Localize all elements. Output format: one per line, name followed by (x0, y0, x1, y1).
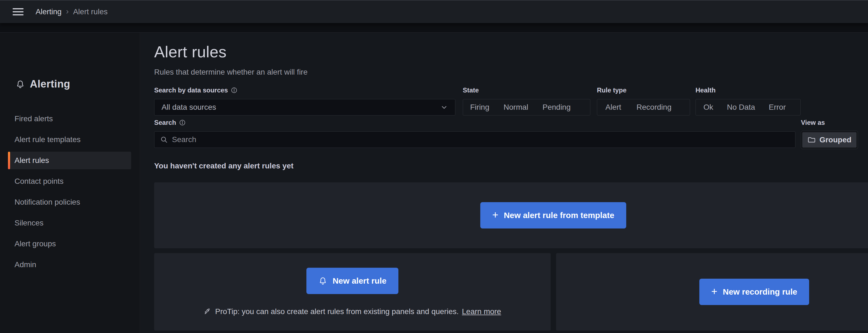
sidebar-item-label: Notification policies (14, 198, 80, 206)
alerting-sidebar: Alerting Fired alerts Alert rule templat… (0, 33, 140, 333)
data-source-value: All data sources (161, 103, 440, 112)
view-as-toggle: Grouped (801, 131, 858, 149)
state-filter-group: Firing Normal Pending (463, 99, 590, 115)
new-recording-rule-panel: + New recording rule (556, 253, 868, 331)
sidebar-item-silences[interactable]: Silences (0, 213, 140, 233)
health-option-ok[interactable]: Ok (704, 103, 713, 112)
search-label: Search (154, 119, 186, 127)
sidebar-item-alert-rule-templates[interactable]: Alert rule templates (0, 129, 140, 150)
rule-type-option-alert[interactable]: Alert (606, 103, 621, 112)
breadcrumb-separator-icon: › (66, 7, 69, 17)
workarea: Alerting Fired alerts Alert rule templat… (0, 32, 868, 333)
search-field (154, 131, 796, 148)
state-label: State (463, 86, 479, 94)
new-recording-rule-button[interactable]: + New recording rule (699, 279, 809, 305)
header-shadow-strip (0, 24, 868, 32)
sidebar-item-label: Fired alerts (14, 114, 53, 123)
empty-state-message: You haven't created any alert rules yet (154, 162, 293, 170)
state-option-pending[interactable]: Pending (542, 103, 570, 112)
breadcrumb-page: Alert rules (73, 7, 107, 16)
view-as-grouped-button[interactable]: Grouped (802, 132, 857, 147)
sidebar-item-label: Contact points (14, 177, 64, 186)
breadcrumb-section[interactable]: Alerting (36, 7, 62, 16)
data-source-select[interactable]: All data sources (154, 99, 455, 115)
top-navigation-bar: Alerting › Alert rules (0, 0, 868, 23)
bell-icon (318, 277, 327, 285)
sidebar-item-label: Alert groups (14, 240, 56, 248)
bell-icon (16, 80, 25, 89)
sidebar-nav: Fired alerts Alert rule templates Alert … (0, 108, 140, 275)
sidebar-item-fired-alerts[interactable]: Fired alerts (0, 108, 140, 129)
rule-type-label: Rule type (597, 86, 626, 94)
health-option-no-data[interactable]: No Data (727, 103, 755, 112)
sidebar-item-label: Alert rules (14, 156, 49, 165)
sidebar-item-admin[interactable]: Admin (0, 254, 140, 275)
breadcrumb: Alerting › Alert rules (36, 7, 107, 17)
chevron-down-icon (440, 104, 448, 111)
health-filter-group: Ok No Data Error (695, 99, 801, 115)
hamburger-menu-icon[interactable] (12, 5, 25, 18)
new-alert-rule-from-template-button[interactable]: + New alert rule from template (480, 202, 626, 228)
protip: ProTip: you can also create alert rules … (204, 307, 501, 316)
sidebar-item-contact-points[interactable]: Contact points (0, 171, 140, 192)
sidebar-item-label: Alert rule templates (14, 135, 81, 144)
plus-icon: + (492, 210, 498, 221)
health-option-error[interactable]: Error (769, 103, 786, 112)
search-input[interactable] (172, 135, 790, 144)
plus-icon: + (711, 286, 717, 298)
active-item-indicator (8, 152, 10, 169)
new-alert-rule-button[interactable]: New alert rule (306, 268, 399, 294)
rule-type-option-recording[interactable]: Recording (637, 103, 672, 112)
sidebar-item-alert-groups[interactable]: Alert groups (0, 233, 140, 254)
sidebar-title: Alerting (30, 78, 70, 90)
folder-icon (807, 136, 816, 144)
state-option-normal[interactable]: Normal (503, 103, 528, 112)
sidebar-header: Alerting (16, 78, 70, 90)
view-as-label: View as (801, 119, 825, 127)
sidebar-item-notification-policies[interactable]: Notification policies (0, 192, 140, 213)
protip-text: ProTip: you can also create alert rules … (215, 307, 459, 316)
page-subtitle: Rules that determine whether an alert wi… (154, 68, 308, 77)
rule-type-filter-group: Alert Recording (597, 99, 690, 115)
sidebar-item-label: Silences (14, 219, 43, 227)
sidebar-item-alert-rules[interactable]: Alert rules (0, 150, 140, 171)
page-title: Alert rules (154, 43, 226, 61)
grafana-alert-rules-page: Alerting › Alert rules Alerting Fired al… (0, 0, 868, 333)
info-icon[interactable] (179, 119, 186, 126)
data-source-label: Search by data sources (154, 86, 238, 94)
rocket-icon (204, 307, 212, 316)
view-as-value: Grouped (819, 136, 851, 144)
learn-more-link[interactable]: Learn more (462, 307, 501, 316)
new-alert-rule-panel: New alert rule ProTip: you can also crea… (154, 253, 551, 331)
search-icon (160, 136, 168, 144)
info-icon[interactable] (230, 87, 238, 94)
health-label: Health (695, 86, 715, 94)
sidebar-item-label: Admin (14, 260, 36, 269)
template-cta-panel: + New alert rule from template (154, 183, 868, 248)
main-content: Alert rules Rules that determine whether… (141, 33, 868, 333)
state-option-firing[interactable]: Firing (470, 103, 489, 112)
